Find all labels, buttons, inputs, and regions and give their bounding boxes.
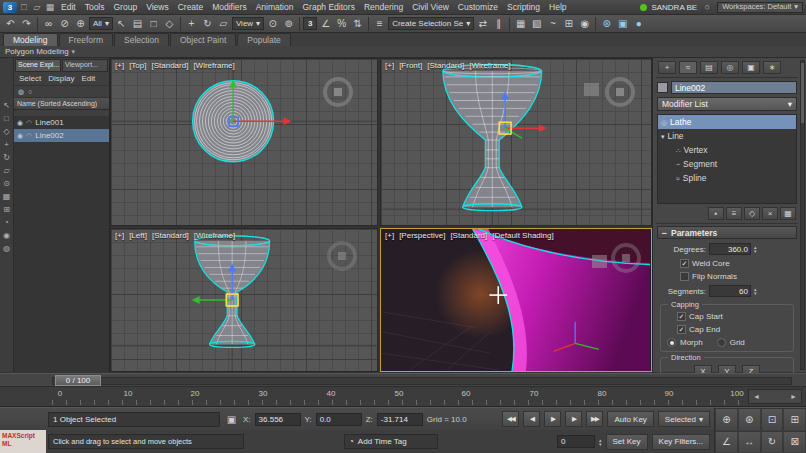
tab-scene-explorer[interactable]: Scene Expl... <box>15 59 61 72</box>
modify-tab-icon[interactable]: ≈ <box>679 61 697 74</box>
strip-filter-icon[interactable]: ◍ <box>3 245 10 253</box>
play-button[interactable]: ▶ <box>544 411 561 427</box>
schematic-view-icon[interactable]: ⊞ <box>561 16 576 31</box>
x-coord-field[interactable]: 36.556 <box>255 413 301 426</box>
stack-item-lathe[interactable]: ◎ Lathe <box>658 115 796 129</box>
viewport-menu-general[interactable]: [+] <box>385 231 394 240</box>
stack-item-label[interactable]: Spline <box>683 173 707 183</box>
viewport-menu-standard[interactable]: [Standard] <box>450 231 487 240</box>
selection-set-key-dropdown[interactable]: Selected ▾ <box>658 411 710 427</box>
stack-item-label[interactable]: Lathe <box>670 117 691 127</box>
search-icon[interactable]: ○ <box>701 2 713 12</box>
strip-scale-icon[interactable]: ▱ <box>3 167 9 175</box>
stack-item-label[interactable]: Segment <box>683 159 717 169</box>
tab-viewport-layout[interactable]: Viewport... <box>62 59 108 72</box>
use-pivot-center-icon[interactable]: ⊙ <box>265 16 280 31</box>
snaps-toggle-icon[interactable]: 3 <box>303 17 317 30</box>
z-coord-field[interactable]: -31.714 <box>377 413 423 426</box>
maximize-viewport-icon[interactable]: ⊠ <box>783 431 806 453</box>
edit-named-selection-sets-icon[interactable]: ≡ <box>372 16 387 31</box>
cap-end-label[interactable]: Cap End <box>689 325 720 334</box>
curve-editor-icon[interactable]: ~ <box>545 16 560 31</box>
viewport-menu-shading[interactable]: [Wireframe] <box>193 61 234 70</box>
spinner-snap-icon[interactable]: ⇅ <box>350 16 365 31</box>
current-frame-field[interactable]: 0 <box>557 435 595 448</box>
set-key-button[interactable]: Set Key <box>606 434 648 450</box>
menu-civil-view[interactable]: Civil View <box>408 2 453 12</box>
new-scene-icon[interactable]: □ <box>18 2 30 12</box>
object-label[interactable]: Line002 <box>35 131 63 140</box>
select-object-icon[interactable]: ↖ <box>114 16 129 31</box>
go-to-start-button[interactable]: ◀◀ <box>502 411 519 427</box>
utilities-tab-icon[interactable]: ∗ <box>763 61 781 74</box>
viewport-menu-shading[interactable]: [Wireframe] <box>469 61 510 70</box>
view-cube[interactable] <box>592 255 607 268</box>
modifier-list-dropdown[interactable]: Modifier List ▾ <box>657 97 797 111</box>
tab-selection[interactable]: Selection <box>114 33 169 46</box>
eye-icon[interactable]: ◉ <box>17 132 23 139</box>
material-editor-icon[interactable]: ◉ <box>577 16 592 31</box>
cap-end-checkbox[interactable]: ✓ <box>677 325 686 334</box>
viewport-menu-general[interactable]: [+] <box>385 61 394 70</box>
add-time-tag[interactable]: ◔ Add Time Tag <box>344 434 438 449</box>
strip-select-icon[interactable]: ↖ <box>3 102 10 110</box>
stack-item-label[interactable]: Vertex <box>683 145 707 155</box>
reference-coordinate-dropdown[interactable]: View ▾ <box>232 17 264 30</box>
segments-spinner[interactable]: ▴▾ <box>754 287 757 295</box>
morph-label[interactable]: Morph <box>680 338 703 347</box>
strip-clock-icon[interactable]: ◔ <box>4 219 9 227</box>
degrees-spinner[interactable]: ▴▾ <box>754 245 757 253</box>
viewport-menu-standard[interactable]: [Standard] <box>151 61 188 70</box>
rendered-frame-window-icon[interactable]: ▣ <box>615 16 630 31</box>
steering-wheel-gizmo[interactable] <box>605 77 635 107</box>
key-filters-button[interactable]: Key Filters... <box>652 434 710 450</box>
viewport-menu-pov[interactable]: [Perspective] <box>399 231 445 240</box>
next-frame-button[interactable]: ▶ <box>565 411 582 427</box>
create-tab-icon[interactable]: + <box>658 61 676 74</box>
menu-edit-explorer[interactable]: Edit <box>81 74 95 83</box>
grid-label[interactable]: Grid <box>730 338 745 347</box>
save-file-icon[interactable]: ▦ <box>44 2 56 12</box>
ribbon-toggle-icon[interactable]: ▧ <box>529 16 544 31</box>
auto-key-button[interactable]: Auto Key <box>607 411 653 427</box>
select-and-move-icon[interactable]: + <box>184 16 199 31</box>
mirror-icon[interactable]: ⇄ <box>475 16 490 31</box>
menu-create[interactable]: Create <box>174 2 208 12</box>
open-file-icon[interactable]: ▱ <box>31 2 43 12</box>
grid-radio[interactable] <box>717 338 726 347</box>
render-icon[interactable]: ● <box>631 16 646 31</box>
object-name-field[interactable]: Line002 <box>671 81 797 94</box>
weld-core-label[interactable]: Weld Core <box>692 259 730 268</box>
stack-item-vertex[interactable]: ∴ Vertex <box>658 143 796 157</box>
viewport-menu-pov[interactable]: [Front] <box>399 61 422 70</box>
degrees-field[interactable]: 360.0 <box>709 243 751 255</box>
viewport-menu-shading[interactable]: [Default Shading] <box>492 231 553 240</box>
remove-modifier-icon[interactable]: × <box>762 207 778 220</box>
viewport-top[interactable]: [+] [Top] [Standard] [Wireframe] <box>110 58 378 226</box>
pin-stack-icon[interactable]: ▪ <box>708 207 724 220</box>
strip-crossing-icon[interactable]: ◇ <box>3 128 9 136</box>
select-and-manipulate-icon[interactable]: ⊚ <box>281 16 296 31</box>
strip-move-icon[interactable]: + <box>4 141 9 149</box>
layer-manager-icon[interactable]: ▦ <box>513 16 528 31</box>
strip-layers-icon[interactable]: ▦ <box>3 193 11 201</box>
unlink-icon[interactable]: ⊘ <box>57 16 72 31</box>
menu-customize[interactable]: Customize <box>454 2 502 12</box>
select-and-rotate-icon[interactable]: ↻ <box>200 16 215 31</box>
viewport-menu-pov[interactable]: [Top] <box>129 61 146 70</box>
steering-wheel-gizmo[interactable] <box>611 243 641 273</box>
signed-in-user[interactable]: SANDRA BE <box>651 3 697 12</box>
workspaces-dropdown[interactable]: Workspaces: Default ▾ <box>717 2 803 13</box>
zoom-icon[interactable]: ⊕ <box>715 408 738 431</box>
undo-icon[interactable]: ↶ <box>3 16 18 31</box>
stack-item-spline[interactable]: ≈ Spline <box>658 171 796 185</box>
parameters-rollout-header[interactable]: − Parameters <box>657 226 797 239</box>
select-by-name-icon[interactable]: ▤ <box>130 16 145 31</box>
display-tab-icon[interactable]: ▣ <box>742 61 760 74</box>
menu-modifiers[interactable]: Modifiers <box>208 2 250 12</box>
strip-region-icon[interactable]: □ <box>4 115 9 123</box>
cap-start-checkbox[interactable]: ✓ <box>677 312 686 321</box>
field-of-view-icon[interactable]: ∠ <box>715 431 738 453</box>
strip-schematic-icon[interactable]: ⊞ <box>3 206 10 214</box>
selection-filter-dropdown[interactable]: All ▾ <box>89 17 113 30</box>
